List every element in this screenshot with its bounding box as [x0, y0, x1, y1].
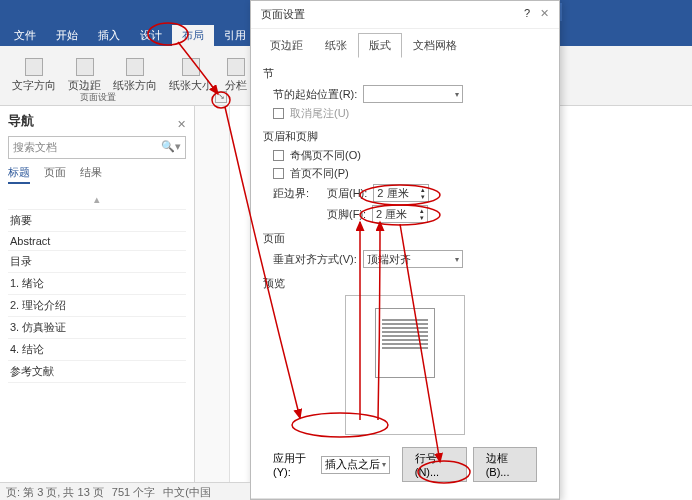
footer-dist-label: 页脚(F): [327, 207, 366, 222]
header-footer-title: 页眉和页脚 [263, 129, 547, 144]
chevron-down-icon: ▾ [382, 460, 386, 469]
tab-home[interactable]: 开始 [46, 25, 88, 46]
preview-title: 预览 [263, 276, 547, 291]
ruler [195, 106, 230, 500]
close-icon[interactable]: ✕ [177, 118, 186, 131]
section-title: 节 [263, 66, 547, 81]
chevron-down-icon: ▾ [455, 255, 459, 264]
borders-dlg-button[interactable]: 边框(B)... [473, 447, 537, 482]
search-input[interactable]: 搜索文档🔍▾ [8, 136, 186, 159]
dialog-title: 页面设置 [261, 7, 305, 22]
outline-item[interactable]: 1. 绪论 [8, 273, 186, 295]
page-setup-dialog: 页面设置 ?✕ 页边距 纸张 版式 文档网格 节 节的起始位置(R): ▾ 取消… [250, 0, 560, 500]
line-numbers-dlg-button[interactable]: 行号(N)... [402, 447, 467, 482]
section-start-label: 节的起始位置(R): [273, 87, 357, 102]
page-title: 页面 [263, 231, 547, 246]
status-bar: 页: 第 3 页, 共 13 页751 个字中文(中国 [0, 482, 250, 500]
search-icon: 🔍▾ [161, 140, 181, 155]
tab-layout[interactable]: 布局 [172, 25, 214, 46]
nav-tab-headings[interactable]: 标题 [8, 165, 30, 184]
dist-label: 距边界: [273, 186, 321, 201]
dlg-tab-paper[interactable]: 纸张 [314, 33, 358, 58]
preview-box [345, 295, 465, 435]
nav-tab-pages[interactable]: 页面 [44, 165, 66, 184]
footer-dist-spinner[interactable]: 2 厘米▴▾ [372, 205, 428, 223]
dialog-launcher-icon[interactable]: ↘ [215, 91, 227, 103]
ribbon-group-label: 页面设置 [80, 91, 116, 104]
chevron-down-icon: ▾ [455, 90, 459, 99]
dlg-tab-layout[interactable]: 版式 [358, 33, 402, 58]
outline-item[interactable]: 3. 仿真验证 [8, 317, 186, 339]
outline-item[interactable]: Abstract [8, 232, 186, 251]
dlg-tab-grid[interactable]: 文档网格 [402, 33, 468, 58]
odd-even-checkbox[interactable] [273, 150, 284, 161]
tab-insert[interactable]: 插入 [88, 25, 130, 46]
dlg-tab-margins[interactable]: 页边距 [259, 33, 314, 58]
valign-combo[interactable]: 顶端对齐▾ [363, 250, 463, 268]
outline-item[interactable]: 摘要 [8, 210, 186, 232]
apply-to-label: 应用于(Y): [273, 451, 315, 478]
suppress-endnote-checkbox [273, 108, 284, 119]
nav-title: 导航 [8, 112, 34, 130]
text-direction-button[interactable]: 文字方向 [6, 50, 62, 101]
navigation-pane: 导航 ✕ 搜索文档🔍▾ 标题 页面 结果 ▴ 摘要 Abstract 目录 1.… [0, 106, 195, 500]
size-button[interactable]: 纸张大小 [163, 50, 219, 101]
outline-item[interactable]: 2. 理论介绍 [8, 295, 186, 317]
tab-file[interactable]: 文件 [4, 25, 46, 46]
help-icon[interactable]: ? [524, 7, 530, 22]
valign-label: 垂直对齐方式(V): [273, 252, 357, 267]
outline-list: ▴ 摘要 Abstract 目录 1. 绪论 2. 理论介绍 3. 仿真验证 4… [8, 190, 186, 383]
outline-item[interactable]: 目录 [8, 251, 186, 273]
header-dist-spinner[interactable]: 2 厘米▴▾ [373, 184, 429, 202]
dialog-close-icon[interactable]: ✕ [540, 7, 549, 22]
outline-item[interactable]: 4. 结论 [8, 339, 186, 361]
outline-item[interactable]: 参考文献 [8, 361, 186, 383]
apply-to-combo[interactable]: 插入点之后▾ [321, 456, 389, 474]
section-start-combo[interactable]: ▾ [363, 85, 463, 103]
nav-tab-results[interactable]: 结果 [80, 165, 102, 184]
first-page-checkbox[interactable] [273, 168, 284, 179]
header-dist-label: 页眉(H): [327, 186, 367, 201]
tab-design[interactable]: 设计 [130, 25, 172, 46]
